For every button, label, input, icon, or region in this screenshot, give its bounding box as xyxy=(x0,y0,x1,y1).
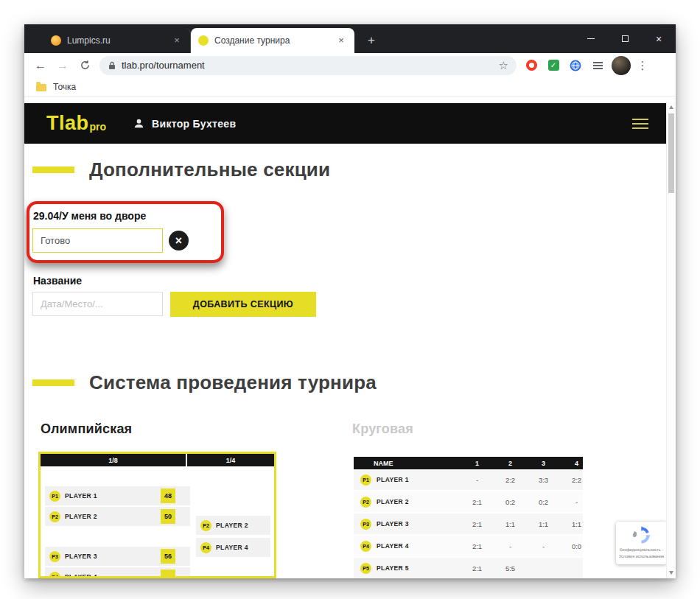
table-row: P4PLAYER 4 2:1 - - 0:0 xyxy=(354,536,583,558)
additional-sections-heading: Дополнительные секции xyxy=(32,158,330,181)
score-cell: - xyxy=(527,542,560,550)
option-olympic[interactable]: Олимпийская xyxy=(41,421,132,437)
delete-section-button[interactable]: × xyxy=(169,231,189,251)
page-content: Tlab pro Виктор Бухтеев Дополнительные с… xyxy=(24,97,676,578)
tab-close-icon[interactable]: × xyxy=(171,35,183,46)
tab-title: Создание турнира xyxy=(214,35,329,46)
heading-dash-icon xyxy=(32,379,74,386)
minimize-icon xyxy=(587,38,595,39)
bracket-row: P1 PLAYER 1 48 xyxy=(45,486,190,505)
lock-icon xyxy=(108,61,116,70)
bracket-row: P4 PLAYER 4 xyxy=(45,567,190,578)
profile-avatar[interactable] xyxy=(612,56,631,75)
tlab-favicon-icon xyxy=(198,35,209,46)
bookmark-star-icon[interactable]: ☆ xyxy=(499,59,508,72)
back-button[interactable]: ← xyxy=(30,55,51,76)
score-cell: 2:1 xyxy=(461,564,494,572)
recaptcha-terms-text: Конфиденциальность - Условия использован… xyxy=(619,547,664,560)
score-cell: - xyxy=(494,542,527,550)
bracket-row: P2 PLAYER 2 50 xyxy=(45,507,190,526)
score-cell: 0:0 xyxy=(560,542,583,550)
browser-titlebar: Lumpics.ru × Создание турнира × + × xyxy=(24,24,676,53)
table-row: P1PLAYER 1 - 2:2 3:3 2:2 xyxy=(354,469,583,491)
person-icon xyxy=(133,117,145,130)
score-cell: 2:1 xyxy=(461,498,494,506)
minimize-button[interactable] xyxy=(574,24,608,53)
user-name: Виктор Бухтеев xyxy=(152,118,236,130)
section-status-input[interactable] xyxy=(32,228,163,253)
tournament-system-heading: Система проведения турнира xyxy=(32,371,377,394)
window-controls: × xyxy=(574,24,676,53)
player-badge: P2 xyxy=(200,520,211,531)
new-tab-button[interactable]: + xyxy=(362,31,381,50)
address-bar[interactable]: tlab.pro/tournament ☆ xyxy=(99,56,517,75)
header-col: 2 xyxy=(494,460,527,467)
logo-suffix-text: pro xyxy=(90,121,107,133)
scroll-down-icon[interactable] xyxy=(669,571,673,575)
bookmarks-bar: Точка xyxy=(24,77,676,97)
section-label: 29.04/У меня во дворе xyxy=(33,210,146,222)
check-icon: ✓ xyxy=(548,60,559,71)
lumpics-favicon-icon xyxy=(51,35,61,46)
reload-icon xyxy=(80,60,91,71)
score-cell: 1:1 xyxy=(527,520,560,528)
player-badge: P3 xyxy=(360,519,371,530)
score-cell: 2:2 xyxy=(560,476,583,484)
score-cell: 0:2 xyxy=(527,498,560,506)
player-name: PLAYER 1 xyxy=(65,492,97,500)
score-cell: 0:2 xyxy=(494,498,527,506)
table-row: P3PLAYER 3 2:1 1:1 1:1 1:1 xyxy=(354,514,583,536)
heading-text: Дополнительные секции xyxy=(89,158,330,181)
hamburger-menu-icon[interactable] xyxy=(632,119,648,129)
tab-tournament[interactable]: Создание турнира × xyxy=(191,28,354,53)
stage-1-4-label: 1/4 xyxy=(187,454,274,466)
player-score: 56 xyxy=(161,549,175,564)
recaptcha-icon xyxy=(631,525,651,545)
folder-icon xyxy=(36,84,46,91)
user-account[interactable]: Виктор Бухтеев xyxy=(133,117,236,130)
table-row: P2PLAYER 2 2:1 0:2 0:2 - xyxy=(354,491,583,514)
tab-lumpics[interactable]: Lumpics.ru × xyxy=(43,28,191,53)
extension-proxy-icon[interactable] xyxy=(565,55,586,76)
site-logo[interactable]: Tlab pro xyxy=(46,113,106,133)
extension-playlist-icon[interactable] xyxy=(587,55,608,76)
close-button[interactable]: × xyxy=(642,24,676,53)
bracket-round2-row: P2 PLAYER 2 xyxy=(196,516,270,535)
forward-button[interactable]: → xyxy=(52,55,73,76)
player-badge: P4 xyxy=(200,542,211,553)
add-section-button[interactable]: ДОБАВИТЬ СЕКЦИЮ xyxy=(170,292,316,317)
browser-menu-button[interactable]: ⋮ xyxy=(634,59,651,72)
player-badge: P5 xyxy=(360,563,371,574)
globe-icon xyxy=(570,60,581,71)
page-scrollbar[interactable] xyxy=(666,102,676,578)
red-ring-icon xyxy=(526,60,537,71)
tab-strip: Lumpics.ru × Создание турнира × + xyxy=(24,28,381,53)
option-round-robin[interactable]: Круговая xyxy=(352,421,413,437)
browser-window: Lumpics.ru × Создание турнира × + × ← → … xyxy=(24,24,676,578)
browser-toolbar: ← → tlab.pro/tournament ☆ ✓ ⋮ xyxy=(24,53,676,77)
heading-text: Система проведения турнира xyxy=(89,371,377,394)
scroll-up-icon[interactable] xyxy=(669,105,673,109)
scrollbar-thumb[interactable] xyxy=(668,113,674,193)
reload-button[interactable] xyxy=(74,55,95,76)
olympic-bracket: 1/8 1/4 P1 PLAYER 1 48 P2 PLAYER 2 50 P3… xyxy=(38,452,276,578)
site-header: Tlab pro Виктор Бухтеев xyxy=(24,103,666,144)
player-badge: P2 xyxy=(49,511,60,522)
maximize-button[interactable] xyxy=(608,24,642,53)
extension-adblock-icon[interactable] xyxy=(521,55,542,76)
logo-main-text: Tlab xyxy=(46,113,89,133)
player-name: PLAYER 2 xyxy=(377,498,409,505)
tab-title: Lumpics.ru xyxy=(67,35,165,46)
recaptcha-badge[interactable]: Конфиденциальность - Условия использован… xyxy=(616,522,667,564)
score-cell: 2:2 xyxy=(494,476,527,484)
extension-safe-icon[interactable]: ✓ xyxy=(543,55,564,76)
player-name: PLAYER 2 xyxy=(65,513,97,520)
tab-close-icon[interactable]: × xyxy=(335,35,347,46)
name-label: Название xyxy=(33,275,82,287)
section-name-input[interactable] xyxy=(32,292,163,316)
player-name: PLAYER 4 xyxy=(65,573,97,578)
player-badge: P4 xyxy=(49,572,60,579)
header-name: NAME xyxy=(354,460,461,467)
bookmark-item[interactable]: Точка xyxy=(53,82,76,92)
url-text: tlab.pro/tournament xyxy=(122,60,494,71)
